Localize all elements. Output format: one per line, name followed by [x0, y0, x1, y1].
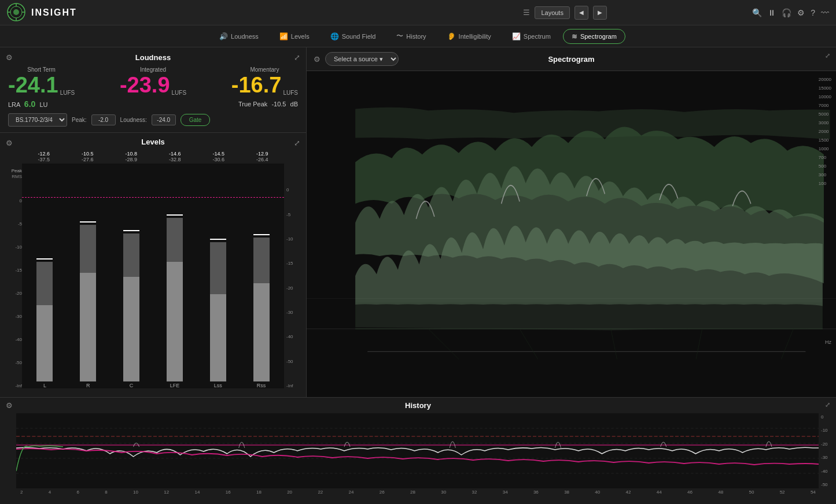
top-panels: ⚙ Loudness ⤢ Short Term -24.1 LUFS: [0, 47, 836, 397]
spectrogram-settings-icon[interactable]: ⚙: [314, 55, 321, 64]
hz-label: Hz: [825, 339, 831, 345]
spectrogram-header: ⚙ Select a source ▾ Spectrogram ⤢: [307, 47, 836, 71]
lss-rms: -30.6: [197, 157, 241, 162]
search-icon[interactable]: 🔍: [752, 8, 762, 17]
integrated-label: Integrated: [140, 66, 166, 73]
right-panel: ⚙ Select a source ▾ Spectrogram ⤢: [307, 47, 836, 397]
r-peak-line: [80, 221, 96, 223]
c-peak: -10.8: [109, 151, 153, 157]
layouts-button[interactable]: Layouts: [535, 6, 570, 19]
levels-panel: ⚙ Levels ⤢ Peak RMS 0 -5 -10 -: [0, 133, 306, 397]
spectrogram-expand-icon[interactable]: ⤢: [825, 52, 830, 60]
history-tab-label: History: [406, 33, 426, 40]
lfe-header: -14.6 -32.8: [153, 151, 197, 162]
c-peak-bar: [123, 277, 139, 381]
lss-peak-line: [210, 239, 226, 240]
lss-header: -14.5 -30.6: [197, 151, 241, 162]
l-peak-bar: [36, 305, 53, 381]
levels-scale-right: 0 -5 -10 -15 -20 -30 -40 -50 -Inf: [284, 151, 300, 388]
lss-peak-bar: [210, 294, 226, 381]
extra-icon[interactable]: 〰: [821, 8, 829, 17]
loudness-sub: LRA 6.0 LU True Peak -10.5 dB: [8, 99, 298, 109]
peak-input[interactable]: [91, 114, 116, 125]
l-label: L: [43, 383, 46, 388]
momentary-unit: LUFS: [283, 90, 298, 96]
rss-header: -12.9 -26.4: [241, 151, 285, 162]
history-panel: ⚙ History ⤢: [0, 397, 836, 504]
l-rms: -37.5: [22, 157, 66, 162]
spectrum-tab-label: Spectrum: [524, 33, 551, 40]
short-term-value: -24.1: [8, 74, 58, 96]
gate-button[interactable]: Gate: [181, 114, 211, 126]
loudness-meters: Short Term -24.1 LUFS Integrated -23.9 L…: [8, 66, 298, 96]
levels-expand-icon[interactable]: ⤢: [294, 139, 300, 147]
loudness-tab-label: Loudness: [231, 33, 259, 40]
tab-levels[interactable]: 📶 Levels: [271, 29, 318, 44]
l-peak: -12.6: [22, 151, 66, 157]
integrated-meter: Integrated -23.9 LUFS: [120, 66, 186, 96]
history-header: ⚙ History ⤢: [0, 398, 836, 413]
help-icon[interactable]: ?: [811, 8, 815, 17]
tab-spectrogram[interactable]: ≋ Spectrogram: [563, 29, 625, 44]
pause-icon[interactable]: ⏸: [768, 8, 776, 17]
left-panel: ⚙ Loudness ⤢ Short Term -24.1 LUFS: [0, 47, 307, 397]
source-select[interactable]: Select a source ▾: [325, 52, 399, 66]
momentary-value: -16.7: [231, 74, 282, 96]
loudness-input[interactable]: [152, 114, 176, 125]
c-label: C: [130, 383, 134, 388]
next-layout-button[interactable]: ▶: [593, 6, 607, 20]
settings-icon[interactable]: ⚙: [797, 8, 805, 17]
history-panel-title: History: [405, 401, 431, 410]
main-content: ⚙ Loudness ⤢ Short Term -24.1 LUFS: [0, 47, 836, 504]
prev-layout-button[interactable]: ◀: [574, 6, 588, 20]
r-peak: -10.5: [66, 151, 110, 157]
lra-label: LRA: [8, 101, 20, 108]
loudness-ctrl-label: Loudness:: [120, 117, 147, 123]
levels-settings-icon[interactable]: ⚙: [6, 139, 13, 147]
true-peak-label: True Peak: [238, 101, 267, 108]
history-time-scale: 2 4 6 8 10 12 14 16 18 20 22 24 26 28 30…: [0, 488, 836, 496]
lfe-peak-line: [167, 214, 183, 216]
tab-history[interactable]: 〜 History: [388, 28, 434, 45]
r-rms: -27.6: [66, 157, 110, 162]
spectrum-tab-icon: 📈: [512, 32, 521, 40]
rss-peak-bar: [253, 283, 270, 381]
true-peak-display: True Peak -10.5 dB: [238, 101, 298, 108]
integrated-value: -23.9: [120, 74, 170, 96]
history-settings-icon[interactable]: ⚙: [6, 401, 13, 410]
history-left-spacer: [0, 413, 16, 488]
intelligibility-tab-icon: 👂: [447, 32, 456, 40]
momentary-label: Momentary: [250, 66, 279, 73]
spectrogram-panel-title: Spectrogram: [548, 55, 594, 64]
logo: [7, 3, 25, 23]
tab-sound-field[interactable]: 🌐 Sound Field: [322, 29, 385, 44]
lfe-peak: -14.6: [153, 151, 197, 157]
tab-loudness[interactable]: 🔊 Loudness: [211, 29, 267, 44]
rss-peak-line: [253, 234, 270, 235]
standard-select[interactable]: BS.1770-2/3/4: [8, 113, 67, 127]
history-chart: [16, 413, 819, 488]
short-term-unit: LUFS: [60, 90, 75, 96]
rss-rms: -26.4: [241, 157, 285, 162]
svg-rect-17: [16, 413, 819, 488]
tab-intelligibility[interactable]: 👂 Intelligibility: [439, 29, 500, 44]
history-scale-right: 0 -10 -20 -30 -40 -50: [819, 413, 836, 488]
history-expand-icon[interactable]: ⤢: [825, 401, 830, 409]
audio-icon[interactable]: 🎧: [782, 8, 791, 17]
true-peak-value: -10.5: [271, 101, 286, 108]
short-term-meter: Short Term -24.1 LUFS: [8, 66, 75, 96]
header: INSIGHT ☰ Layouts ◀ ▶ 🔍 ⏸ 🎧 ⚙ ? 〰: [0, 0, 836, 25]
loudness-settings-icon[interactable]: ⚙: [6, 53, 13, 62]
r-header: -10.5 -27.6: [66, 151, 110, 162]
tab-spectrum[interactable]: 📈 Spectrum: [503, 29, 559, 44]
tab-bar: 🔊 Loudness 📶 Levels 🌐 Sound Field 〜 Hist…: [0, 25, 836, 47]
loudness-expand-icon[interactable]: ⤢: [294, 53, 300, 62]
lra-display: LRA 6.0 LU: [8, 99, 47, 109]
peak-limit-line: [22, 197, 284, 198]
svg-point-2: [13, 9, 19, 15]
sound-field-tab-icon: 🌐: [330, 32, 339, 40]
loudness-panel-title: Loudness: [135, 53, 171, 62]
lra-unit: LU: [39, 101, 47, 108]
peak-label: Peak:: [72, 117, 87, 123]
l-header: -12.6 -37.5: [22, 151, 66, 162]
